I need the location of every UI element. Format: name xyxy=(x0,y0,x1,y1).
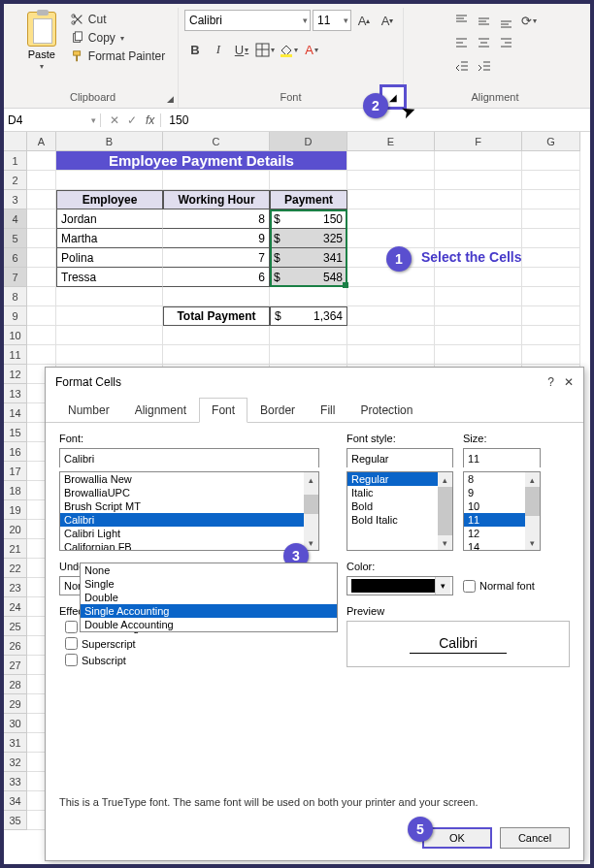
cell[interactable] xyxy=(347,171,435,190)
cell[interactable] xyxy=(347,190,435,209)
cell[interactable] xyxy=(435,268,522,287)
col-header[interactable]: F xyxy=(435,132,522,151)
cell[interactable] xyxy=(27,345,56,365)
row-header[interactable]: 23 xyxy=(4,578,27,597)
row-header[interactable]: 28 xyxy=(4,675,27,694)
list-item[interactable]: Double xyxy=(81,591,337,604)
row-header[interactable]: 32 xyxy=(4,753,27,772)
increase-indent-button[interactable] xyxy=(474,54,495,76)
cell[interactable] xyxy=(347,306,435,326)
col-header[interactable]: D xyxy=(270,132,347,151)
cut-button[interactable]: Cut xyxy=(69,12,167,27)
col-header[interactable]: A xyxy=(27,132,56,151)
row-header[interactable]: 12 xyxy=(4,365,27,384)
italic-button[interactable]: I xyxy=(208,39,229,60)
list-item[interactable]: Double Accounting xyxy=(81,618,337,631)
cell[interactable]: Jordan xyxy=(56,209,163,229)
row-header[interactable]: 6 xyxy=(4,248,27,268)
list-item[interactable]: Brush Script MT xyxy=(60,499,318,513)
list-item[interactable]: Calibri xyxy=(60,513,318,527)
cell[interactable] xyxy=(347,268,435,287)
table-header[interactable]: Payment xyxy=(270,190,347,209)
help-button[interactable]: ? xyxy=(547,375,554,389)
title-banner[interactable]: Employee Payment Details xyxy=(56,151,347,171)
cell[interactable] xyxy=(27,268,56,287)
cell[interactable]: $325 xyxy=(270,229,347,248)
clipboard-launcher[interactable]: ◢ xyxy=(164,93,176,105)
col-header[interactable]: C xyxy=(163,132,270,151)
normal-font-checkbox[interactable]: Normal font xyxy=(463,580,535,593)
cell[interactable]: Polina xyxy=(56,248,163,268)
cell[interactable] xyxy=(163,345,270,365)
tab-alignment[interactable]: Alignment xyxy=(122,398,199,423)
font-listbox[interactable]: Browallia New BrowalliaUPC Brush Script … xyxy=(59,471,319,551)
cell[interactable]: 8 xyxy=(163,209,270,229)
chevron-down-icon[interactable]: ▾ xyxy=(40,62,44,71)
cell[interactable] xyxy=(435,171,522,190)
cell[interactable] xyxy=(27,306,56,326)
row-header[interactable]: 34 xyxy=(4,791,27,811)
cell[interactable] xyxy=(522,306,580,326)
cell[interactable] xyxy=(27,326,56,345)
cell[interactable] xyxy=(347,209,435,229)
cell[interactable] xyxy=(435,209,522,229)
row-header[interactable]: 22 xyxy=(4,559,27,578)
cell[interactable] xyxy=(163,326,270,345)
cell[interactable] xyxy=(27,190,56,209)
list-item[interactable]: Calibri Light xyxy=(60,527,318,540)
cell[interactable] xyxy=(27,151,56,171)
cell[interactable] xyxy=(163,287,270,306)
total-label-cell[interactable]: Total Payment xyxy=(163,306,270,326)
row-header[interactable]: 9 xyxy=(4,306,27,326)
cell[interactable] xyxy=(270,345,347,365)
paste-button[interactable]: Paste ▾ xyxy=(18,10,65,73)
tab-protection[interactable]: Protection xyxy=(347,398,425,423)
align-top-button[interactable] xyxy=(451,10,473,31)
increase-font-button[interactable]: A▴ xyxy=(353,10,375,31)
row-header[interactable]: 19 xyxy=(4,500,27,520)
list-item[interactable]: Browallia New xyxy=(60,472,318,486)
cell[interactable] xyxy=(27,248,56,268)
row-header[interactable]: 25 xyxy=(4,617,27,636)
cell[interactable] xyxy=(347,229,435,248)
row-header[interactable]: 29 xyxy=(4,694,27,714)
cell[interactable] xyxy=(56,306,163,326)
row-header[interactable]: 18 xyxy=(4,481,27,500)
list-item[interactable]: Single Accounting xyxy=(81,604,337,618)
cell[interactable] xyxy=(27,229,56,248)
row-header[interactable]: 15 xyxy=(4,423,27,442)
cell[interactable]: $341 xyxy=(270,248,347,268)
cell[interactable] xyxy=(347,326,435,345)
align-left-button[interactable] xyxy=(451,32,473,53)
cell[interactable] xyxy=(270,326,347,345)
row-header[interactable]: 10 xyxy=(4,326,27,345)
chevron-down-icon[interactable]: ▾ xyxy=(120,34,124,43)
cell[interactable] xyxy=(435,287,522,306)
copy-button[interactable]: Copy ▾ xyxy=(69,30,167,46)
cell[interactable] xyxy=(27,287,56,306)
decrease-font-button[interactable]: A▾ xyxy=(377,10,398,31)
superscript-checkbox[interactable]: Superscript xyxy=(65,637,331,650)
align-middle-button[interactable] xyxy=(474,10,495,31)
row-header[interactable]: 5 xyxy=(4,229,27,248)
cell[interactable] xyxy=(270,287,347,306)
cell[interactable] xyxy=(435,306,522,326)
cell[interactable] xyxy=(522,151,580,171)
cell[interactable] xyxy=(522,248,580,268)
cell[interactable] xyxy=(522,287,580,306)
cell[interactable] xyxy=(522,229,580,248)
format-painter-button[interactable]: Format Painter xyxy=(69,48,167,64)
fill-color-button[interactable]: ▾ xyxy=(278,39,299,60)
cell[interactable] xyxy=(347,151,435,171)
row-header[interactable]: 21 xyxy=(4,539,27,559)
table-header[interactable]: Employee xyxy=(56,190,163,209)
cell[interactable]: 9 xyxy=(163,229,270,248)
tab-number[interactable]: Number xyxy=(55,398,122,423)
underline-dropdown-list[interactable]: None Single Double Single Accounting Dou… xyxy=(80,563,338,632)
col-header[interactable]: B xyxy=(56,132,163,151)
font-size-combo[interactable]: 11▾ xyxy=(313,10,351,31)
tab-fill[interactable]: Fill xyxy=(308,398,347,423)
cell[interactable] xyxy=(347,345,435,365)
cell[interactable] xyxy=(27,209,56,229)
list-item[interactable]: Italic xyxy=(347,486,452,499)
